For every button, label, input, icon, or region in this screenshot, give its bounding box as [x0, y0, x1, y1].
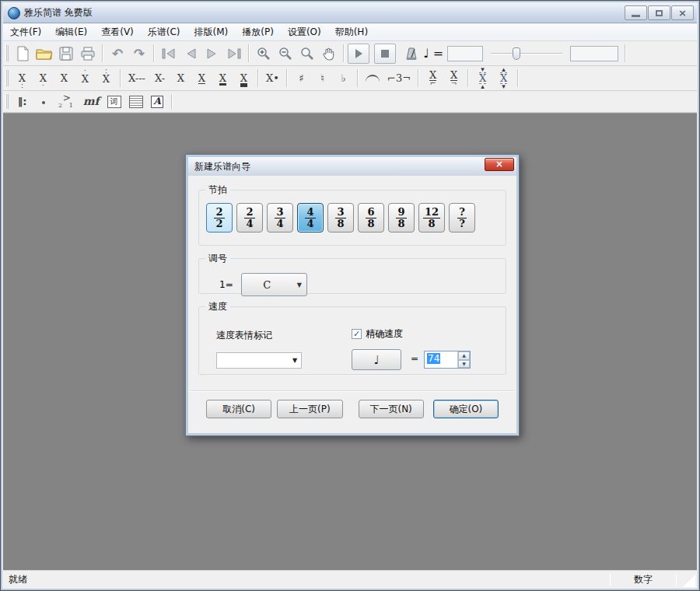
next-page-button[interactable]	[201, 44, 223, 64]
zoom-in-button[interactable]	[253, 44, 275, 64]
font-button[interactable]: A	[147, 91, 168, 113]
tempo-expression-label: 速度表情标记	[216, 329, 272, 342]
ok-button[interactable]: 确定(O)	[433, 400, 499, 418]
time-3-4-button[interactable]: 34	[267, 203, 293, 233]
key-select[interactable]: C ▼	[241, 273, 307, 296]
maximize-icon	[656, 10, 663, 16]
toolbar-grip[interactable]	[5, 94, 9, 109]
tie-end-button[interactable]: X¬	[443, 68, 464, 89]
lyrics-button[interactable]: 词	[103, 91, 125, 113]
note-octave-up2-button[interactable]: :X	[96, 68, 117, 89]
accent-button[interactable]: >2 1	[54, 91, 79, 113]
time-12-8-button[interactable]: 128	[418, 203, 445, 233]
beat-note-button[interactable]: ♩	[352, 349, 401, 370]
toolbar-separator	[517, 69, 519, 86]
menu-score[interactable]: 乐谱(C)	[141, 23, 187, 41]
triplet-button[interactable]: ⌐3¬	[383, 68, 415, 89]
zoom-select-button[interactable]	[296, 44, 318, 64]
time-3-8-button[interactable]: 38	[327, 203, 354, 233]
menu-play[interactable]: 播放(P)	[235, 23, 281, 41]
resize-grip[interactable]	[683, 575, 695, 587]
tempo-expression-select[interactable]: ▼	[216, 352, 302, 369]
tempo-input[interactable]	[447, 46, 483, 61]
text-block-button[interactable]	[125, 91, 147, 113]
zoom-out-button[interactable]	[275, 44, 296, 64]
sixteenth-note-button[interactable]: X	[212, 68, 233, 89]
spin-up-button[interactable]: ▲	[458, 351, 470, 360]
prev-page-button[interactable]	[180, 44, 201, 64]
slider-thumb[interactable]	[513, 47, 520, 60]
dotted-note-button[interactable]: X•	[262, 68, 283, 89]
menu-view[interactable]: 查看(V)	[94, 23, 141, 41]
redo-button[interactable]: ↷	[128, 44, 150, 64]
first-page-button[interactable]	[158, 44, 180, 64]
toolbar-separator	[418, 69, 419, 86]
zoom-out-icon	[278, 47, 292, 61]
close-button[interactable]: ×	[671, 5, 694, 20]
dialog-close-button[interactable]: ×	[485, 158, 514, 171]
toolbar-separator	[102, 44, 103, 61]
undo-button[interactable]: ↶	[107, 44, 128, 64]
minimize-button[interactable]	[625, 5, 647, 20]
cancel-button[interactable]: 取消(C)	[206, 400, 271, 418]
tempo-slider[interactable]	[491, 46, 562, 61]
time-9-8-button[interactable]: 98	[388, 203, 415, 233]
tempo-display[interactable]	[570, 46, 618, 61]
bpm-input[interactable]: 74	[425, 351, 457, 368]
menu-edit[interactable]: 编辑(E)	[48, 23, 94, 41]
toolbar-grip[interactable]	[5, 45, 9, 62]
flat-button[interactable]: ♭	[333, 68, 354, 89]
time-6-8-button[interactable]: 68	[358, 203, 384, 233]
open-button[interactable]	[33, 44, 55, 64]
play-button[interactable]	[348, 44, 369, 64]
maximize-button[interactable]	[648, 5, 670, 20]
menu-help[interactable]: 帮助(H)	[328, 23, 375, 41]
time-4-4-button[interactable]: 44	[297, 203, 324, 233]
menu-layout[interactable]: 排版(M)	[187, 23, 236, 41]
undo-icon: ↶	[112, 46, 123, 61]
redo-icon: ↷	[134, 46, 145, 61]
time-2-4-button[interactable]: 24	[236, 203, 263, 233]
dynamics-button[interactable]: mf	[79, 91, 103, 113]
save-button[interactable]	[55, 44, 77, 64]
bpm-spinner[interactable]: 74 ▲ ▼	[424, 351, 471, 369]
time-2-2-button[interactable]: 22	[206, 203, 233, 233]
print-button[interactable]	[77, 44, 99, 64]
last-page-button[interactable]	[223, 44, 245, 64]
time-custom-button[interactable]: ??	[449, 203, 475, 233]
new-button[interactable]	[12, 44, 33, 64]
stop-button[interactable]	[374, 44, 396, 64]
arrow-down-icon: ▼	[462, 361, 466, 366]
fermata-button[interactable]	[33, 91, 54, 113]
natural-button[interactable]: ♮	[312, 68, 333, 89]
compress-button[interactable]: ▾X▴	[472, 68, 493, 89]
time-signature-group: 节拍 22 24 34 44 38 68 98 128 ??	[198, 184, 506, 246]
whole-note-button[interactable]: X---	[124, 68, 149, 89]
prev-page-button[interactable]: 上一页(P)	[277, 400, 342, 418]
menu-settings[interactable]: 设置(O)	[281, 23, 328, 41]
note-octave-down2-button[interactable]: X:	[12, 68, 33, 89]
note-middle-button[interactable]: X	[54, 68, 75, 89]
pan-hand-button[interactable]	[318, 44, 340, 64]
repeat-barline-button[interactable]: ‖:	[12, 91, 33, 113]
spin-down-button[interactable]: ▼	[458, 360, 470, 369]
eighth-note-button[interactable]: X	[191, 68, 212, 89]
note-octave-up-button[interactable]: ·X	[75, 68, 96, 89]
next-page-button[interactable]: 下一页(N)	[359, 400, 424, 418]
metronome-button[interactable]	[401, 44, 422, 64]
toolbar-marks: ‖: >2 1 mf 词 A	[3, 91, 697, 113]
menu-file[interactable]: 文件(F)	[3, 23, 48, 41]
dialog-title: 新建乐谱向导	[194, 160, 250, 173]
half-note-button[interactable]: X-	[149, 68, 170, 89]
toolbar-grip[interactable]	[5, 70, 9, 87]
slur-button[interactable]	[362, 68, 383, 89]
thirtysecond-note-button[interactable]: X	[233, 68, 254, 89]
exact-tempo-checkbox[interactable]: ✓	[352, 329, 362, 339]
sharp-button[interactable]: ♯	[291, 68, 312, 89]
tie-start-button[interactable]: X⌐	[422, 68, 443, 89]
dialog-close-icon: ×	[495, 159, 503, 170]
toolbar-separator	[343, 44, 345, 61]
expand-button[interactable]: ▴X▾	[493, 68, 514, 89]
note-octave-down-button[interactable]: X·	[33, 68, 54, 89]
quarter-note-button[interactable]: X	[170, 68, 191, 89]
